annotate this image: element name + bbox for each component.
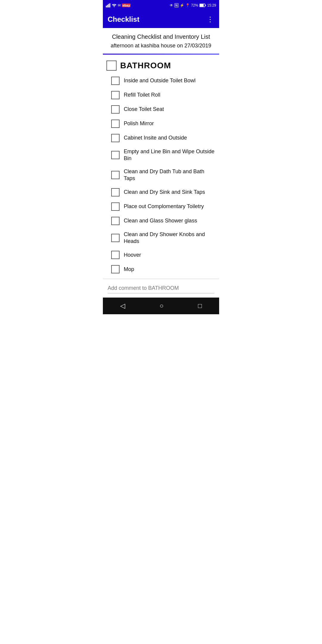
app-title: Checklist (108, 15, 140, 24)
item-label-7: Clean and Dry Sink and Sink Taps (124, 189, 205, 196)
item-checkbox-0[interactable] (111, 77, 120, 85)
list-item: Clean and Dry Dath Tub and Bath Taps (109, 165, 219, 185)
item-checkbox-4[interactable] (111, 134, 120, 142)
svg-rect-7 (205, 5, 206, 6)
item-label-10: Clean and Dry Shower Knobs and Heads (124, 231, 216, 245)
list-item: Empty and Line Bin and Wipe Outside Bin (109, 145, 219, 165)
item-checkbox-5[interactable] (111, 151, 120, 159)
item-checkbox-9[interactable] (111, 217, 120, 225)
list-item: Mop (109, 262, 219, 276)
item-label-5: Empty and Line Bin and Wipe Outside Bin (124, 148, 216, 162)
ebay-label: ebay (122, 4, 131, 7)
item-checkbox-10[interactable] (111, 234, 120, 242)
svg-rect-3 (109, 3, 110, 7)
status-left-icons: ✉ ebay (106, 3, 131, 7)
more-vert-icon[interactable]: ⋮ (207, 15, 214, 24)
item-label-8: Place out Complomentary Toiletry (124, 203, 204, 210)
nfc-icon: N (174, 3, 179, 7)
section-header-bathroom: BATHROOM (103, 58, 219, 74)
eye-icon: 👁 (170, 3, 173, 7)
item-label-11: Hoover (124, 252, 141, 258)
list-item: Cabinet Insite and Outside (109, 131, 219, 145)
checklist-items-list: Inside and Outside Toilet Bowl Refill To… (103, 74, 219, 276)
item-label-9: Clean and Glass Shower glass (124, 217, 197, 224)
item-checkbox-3[interactable] (111, 120, 120, 128)
item-label-4: Cabinet Insite and Outside (124, 134, 187, 141)
battery-icon (199, 4, 206, 7)
item-checkbox-7[interactable] (111, 188, 120, 196)
svg-rect-0 (106, 6, 107, 7)
list-item: Hoover (109, 248, 219, 262)
item-checkbox-6[interactable] (111, 171, 120, 179)
item-checkbox-12[interactable] (111, 265, 120, 273)
header-divider (103, 54, 219, 55)
svg-point-4 (114, 6, 115, 7)
list-item: Polish Mirror (109, 117, 219, 131)
svg-rect-6 (200, 4, 204, 7)
comment-input-bathroom[interactable] (108, 283, 214, 293)
item-label-2: Close Toilet Seat (124, 106, 164, 113)
item-checkbox-1[interactable] (111, 91, 120, 99)
app-bar: Checklist ⋮ (103, 11, 219, 28)
status-bar: ✉ ebay 👁 N ⚡ 📍 72% 15:29 (103, 0, 219, 11)
checklist-title: Cleaning Checklist and Inventory List (103, 28, 219, 41)
time-display: 15:29 (207, 3, 216, 7)
list-item: Place out Complomentary Toiletry (109, 199, 219, 214)
wifi-icon (112, 3, 117, 7)
item-label-0: Inside and Outside Toilet Bowl (124, 77, 196, 84)
mail-icon: ✉ (118, 3, 121, 7)
item-checkbox-11[interactable] (111, 251, 120, 259)
main-content: Cleaning Checklist and Inventory List af… (103, 28, 219, 298)
item-label-12: Mop (124, 266, 134, 273)
item-label-6: Clean and Dry Dath Tub and Bath Taps (124, 168, 216, 182)
item-label-3: Polish Mirror (124, 120, 154, 127)
item-label-1: Refill Toilet Roll (124, 92, 160, 98)
list-item: Clean and Dry Sink and Sink Taps (109, 185, 219, 199)
signal-icon (106, 3, 111, 7)
bluetooth-icon: ⚡ (180, 3, 184, 7)
item-checkbox-8[interactable] (111, 202, 120, 211)
section-checkbox-bathroom[interactable] (106, 61, 117, 71)
section-title-bathroom: BATHROOM (120, 61, 171, 70)
recents-button[interactable]: □ (198, 302, 202, 310)
list-item: Refill Toilet Roll (109, 88, 219, 102)
home-button[interactable]: ○ (160, 302, 163, 310)
list-item: Inside and Outside Toilet Bowl (109, 74, 219, 88)
status-right-icons: 👁 N ⚡ 📍 72% 15:29 (170, 3, 216, 7)
svg-rect-2 (108, 4, 109, 7)
svg-rect-1 (107, 5, 108, 7)
list-item: Close Toilet Seat (109, 102, 219, 117)
location-icon: 📍 (185, 3, 190, 7)
list-item: Clean and Glass Shower glass (109, 214, 219, 228)
list-item: Clean and Dry Shower Knobs and Heads (109, 228, 219, 248)
comment-section (103, 279, 219, 298)
bottom-nav-bar: ◁ ○ □ (103, 298, 219, 314)
checklist-subtitle: afternoon at kashiba house on 27/03/2019 (103, 41, 219, 54)
battery-label: 72% (191, 3, 198, 7)
back-button[interactable]: ◁ (120, 302, 125, 310)
item-checkbox-2[interactable] (111, 105, 120, 114)
